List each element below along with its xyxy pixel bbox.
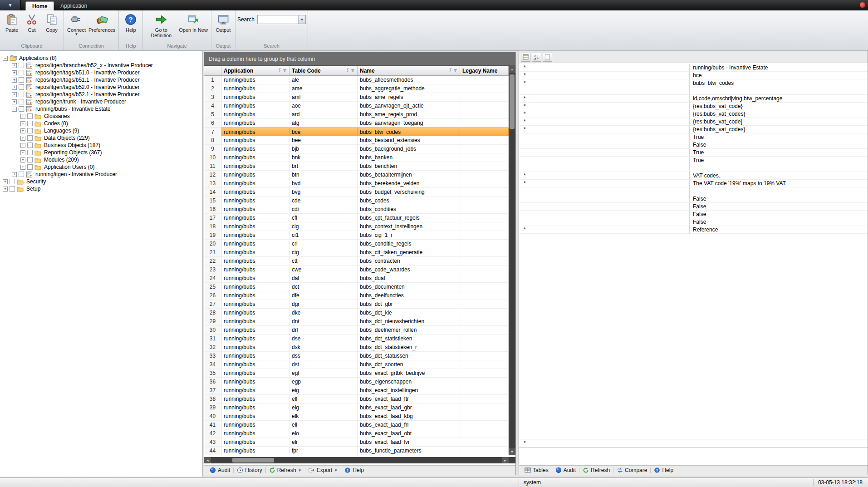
cell-table-code[interactable]: brt bbox=[289, 162, 358, 171]
plus-expander-icon[interactable]: + bbox=[20, 114, 25, 119]
cell-application[interactable]: running/bubs bbox=[221, 171, 289, 179]
cell-application[interactable]: running/bubs bbox=[221, 438, 289, 447]
tree-item-checkbox[interactable] bbox=[27, 135, 33, 141]
table-row[interactable]: 4running/bubsaoebubs_aanvragen_ojt_actie bbox=[204, 102, 509, 110]
cell-application[interactable]: running/bubs bbox=[221, 395, 289, 403]
table-row[interactable]: 18running/bubscigbubs_context_instelling… bbox=[204, 222, 509, 231]
table-row[interactable]: 10running/bubsbnkbubs_banken bbox=[204, 153, 509, 162]
cell-legacy-name[interactable] bbox=[460, 240, 509, 248]
plus-expander-icon[interactable]: + bbox=[12, 70, 17, 75]
cell-table-code[interactable]: cdi bbox=[289, 205, 358, 214]
cell-application[interactable]: running/bubs bbox=[221, 317, 289, 326]
table-row[interactable]: 5running/bubsardbubs_ame_regels_prod bbox=[204, 110, 509, 119]
property-row[interactable]: True bbox=[519, 157, 868, 164]
tab-application[interactable]: Application bbox=[54, 1, 93, 10]
cell-legacy-name[interactable] bbox=[460, 171, 509, 179]
tree-item-checkbox[interactable] bbox=[19, 63, 24, 68]
cell-table-code[interactable]: dgr bbox=[289, 300, 358, 309]
filter-icon[interactable] bbox=[283, 69, 287, 73]
cell-legacy-name[interactable] bbox=[460, 403, 509, 412]
tree-item[interactable]: +Security bbox=[0, 178, 202, 185]
plus-expander-icon[interactable]: + bbox=[20, 157, 25, 162]
cell-application[interactable]: running/bubs bbox=[221, 274, 289, 283]
tree-item[interactable]: +Reporting Objects (367) bbox=[0, 149, 202, 156]
tree-item[interactable]: +repos/itgen/tags/b52.1 - Invantive Prod… bbox=[0, 91, 202, 98]
cell-application[interactable]: running/bubs bbox=[221, 386, 289, 395]
table-row[interactable]: 37running/bubseigbubs_exact_instellingen bbox=[204, 386, 509, 395]
table-row[interactable]: 36running/bubsegpbubs_eigenschappen bbox=[204, 378, 509, 386]
cell-name[interactable]: bubs_aggregatie_methode bbox=[358, 84, 460, 93]
cell-table-code[interactable]: cfl bbox=[289, 214, 358, 222]
tree-item-checkbox[interactable] bbox=[27, 150, 33, 155]
cell-name[interactable]: bubs_banken bbox=[358, 153, 460, 162]
cell-application[interactable]: running/bubs bbox=[221, 214, 289, 222]
cell-application[interactable]: running/bubs bbox=[221, 136, 289, 145]
cell-application[interactable]: running/bubs bbox=[221, 300, 289, 309]
cell-table-code[interactable]: drl bbox=[289, 326, 358, 335]
property-row[interactable]: True bbox=[519, 149, 868, 157]
cell-legacy-name[interactable] bbox=[460, 110, 509, 119]
table-row[interactable]: 40running/bubselkbubs_exact_laad_kbg bbox=[204, 412, 509, 421]
cell-name[interactable]: bubs_aanvragen_ojt_actie bbox=[358, 102, 460, 110]
cell-name[interactable]: bubs_ctt_taken_generatie bbox=[358, 248, 460, 257]
tree-item-checkbox[interactable] bbox=[27, 121, 33, 126]
vertical-scrollbar[interactable]: ▲ ▼ bbox=[509, 66, 515, 455]
tree-item-checkbox[interactable] bbox=[19, 106, 24, 112]
cell-name[interactable]: bubs_dct_nieuwsberichten bbox=[358, 317, 460, 326]
cell-legacy-name[interactable] bbox=[460, 145, 509, 153]
tree-item-checkbox[interactable] bbox=[10, 186, 15, 192]
cell-name[interactable]: bubs_berichten bbox=[358, 162, 460, 171]
cell-table-code[interactable]: elg bbox=[289, 403, 358, 412]
cell-legacy-name[interactable] bbox=[460, 205, 509, 214]
tab-home[interactable]: Home bbox=[25, 1, 54, 10]
plus-expander-icon[interactable]: + bbox=[12, 63, 17, 68]
table-row[interactable]: 26running/bubsdfebubs_deelfuncties bbox=[204, 291, 509, 300]
cell-application[interactable]: running/bubs bbox=[221, 197, 289, 205]
cell-table-code[interactable]: cwe bbox=[289, 266, 358, 274]
connect-button[interactable]: Connect ▼ bbox=[66, 12, 87, 36]
table-row[interactable]: 8running/bubsbeebubs_bestand_extensies bbox=[204, 136, 509, 145]
table-row[interactable]: 25running/bubsdctbubs_documenten bbox=[204, 283, 509, 291]
column-header-table-code[interactable]: Table Code Σ bbox=[289, 66, 358, 75]
cell-legacy-name[interactable] bbox=[460, 309, 509, 317]
cell-legacy-name[interactable] bbox=[460, 84, 509, 93]
history-button[interactable]: History bbox=[234, 466, 265, 475]
plus-expander-icon[interactable]: + bbox=[3, 179, 8, 184]
cell-application[interactable]: running/bubs bbox=[221, 102, 289, 110]
property-value[interactable]: {res:bubs_vat_codes} bbox=[690, 126, 868, 133]
tree-item[interactable]: +Application Users (0) bbox=[0, 163, 202, 171]
plus-expander-icon[interactable]: + bbox=[3, 187, 8, 192]
table-row[interactable]: 35running/bubsegfbubs_exact_grtbk_bedrij… bbox=[204, 369, 509, 378]
cell-table-code[interactable]: cig bbox=[289, 222, 358, 231]
cell-name[interactable]: bubs_context_instellingen bbox=[358, 222, 460, 231]
horizontal-scrollbar[interactable]: ◄ ► bbox=[204, 457, 509, 463]
cell-legacy-name[interactable] bbox=[460, 197, 509, 205]
tree-item-checkbox[interactable] bbox=[27, 143, 33, 148]
cell-legacy-name[interactable] bbox=[460, 179, 509, 188]
scroll-right-icon[interactable]: ► bbox=[502, 457, 509, 463]
cell-name[interactable]: bubs_exact_laad_lvr bbox=[358, 438, 460, 447]
cell-table-code[interactable]: ctg bbox=[289, 248, 358, 257]
cell-application[interactable]: running/bubs bbox=[221, 231, 289, 240]
table-row[interactable]: 39running/bubselgbubs_exact_laad_gbr bbox=[204, 403, 509, 412]
cell-table-code[interactable]: ell bbox=[289, 421, 358, 429]
cell-table-code[interactable]: dke bbox=[289, 309, 358, 317]
cell-name[interactable]: bubs_exact_laad_gbr bbox=[358, 403, 460, 412]
tree-item[interactable]: +repos/itgen/tags/b51.1 - Invantive Prod… bbox=[0, 76, 202, 84]
property-value[interactable]: bce bbox=[690, 72, 868, 79]
table-row[interactable]: 41running/bubsellbubs_exact_laad_frl bbox=[204, 421, 509, 429]
table-row[interactable]: 24running/bubsdalbubs_dual bbox=[204, 274, 509, 283]
plus-expander-icon[interactable]: + bbox=[12, 92, 17, 97]
cell-table-code[interactable]: cde bbox=[289, 197, 358, 205]
cell-application[interactable]: running/bubs bbox=[221, 153, 289, 162]
table-row[interactable]: 21running/bubsctgbubs_ctt_taken_generati… bbox=[204, 248, 509, 257]
cell-name[interactable]: bubs_exact_laad_frl bbox=[358, 421, 460, 429]
tree-item-checkbox[interactable] bbox=[19, 92, 24, 97]
scrollbar-thumb[interactable] bbox=[510, 74, 515, 129]
cell-legacy-name[interactable] bbox=[460, 438, 509, 447]
cell-name[interactable]: bubs_condities bbox=[358, 205, 460, 214]
cell-name[interactable]: bubs_bestand_extensies bbox=[358, 136, 460, 145]
chevron-down-icon[interactable]: ▼ bbox=[298, 15, 305, 24]
table-row[interactable]: 44running/bubsfprbubs_functie_parameters bbox=[204, 447, 509, 455]
cell-name[interactable]: bubs_afleesmethodes bbox=[358, 76, 460, 84]
